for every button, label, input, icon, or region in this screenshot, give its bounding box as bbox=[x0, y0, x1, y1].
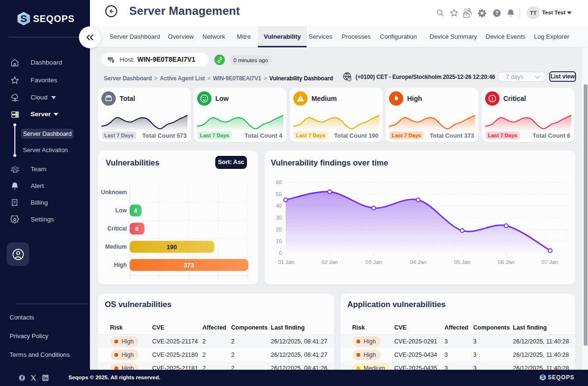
svg-text:?: ? bbox=[495, 11, 498, 16]
svg-text:S: S bbox=[541, 375, 544, 380]
svg-text:Unknown: Unknown bbox=[101, 189, 127, 196]
svg-text:04 Jan: 04 Jan bbox=[410, 259, 427, 265]
svg-text:0: 0 bbox=[279, 250, 282, 256]
svg-text:High: High bbox=[114, 262, 127, 268]
svg-text:10: 10 bbox=[276, 238, 282, 244]
svg-text:03 Jan: 03 Jan bbox=[366, 259, 382, 265]
svg-text:30: 30 bbox=[276, 215, 282, 221]
svg-text:02 Jan: 02 Jan bbox=[322, 259, 338, 265]
svg-text:Low: Low bbox=[115, 207, 127, 214]
svg-text:190: 190 bbox=[166, 243, 177, 251]
svg-text:6: 6 bbox=[135, 225, 138, 232]
svg-text:60: 60 bbox=[276, 179, 282, 185]
svg-text:S: S bbox=[20, 13, 27, 24]
svg-text:Critical: Critical bbox=[107, 225, 127, 232]
svg-text:50: 50 bbox=[276, 191, 282, 197]
svg-text:4: 4 bbox=[133, 207, 137, 214]
svg-text:07 Jan: 07 Jan bbox=[542, 259, 558, 265]
svg-text:373: 373 bbox=[184, 262, 194, 269]
svg-text:40: 40 bbox=[276, 203, 282, 209]
svg-text:06 Jan: 06 Jan bbox=[498, 259, 515, 265]
svg-text:20: 20 bbox=[276, 227, 282, 232]
svg-text:01 Jan: 01 Jan bbox=[278, 259, 295, 265]
svg-text:Medium: Medium bbox=[105, 243, 127, 250]
svg-text:05 Jan: 05 Jan bbox=[454, 259, 471, 265]
